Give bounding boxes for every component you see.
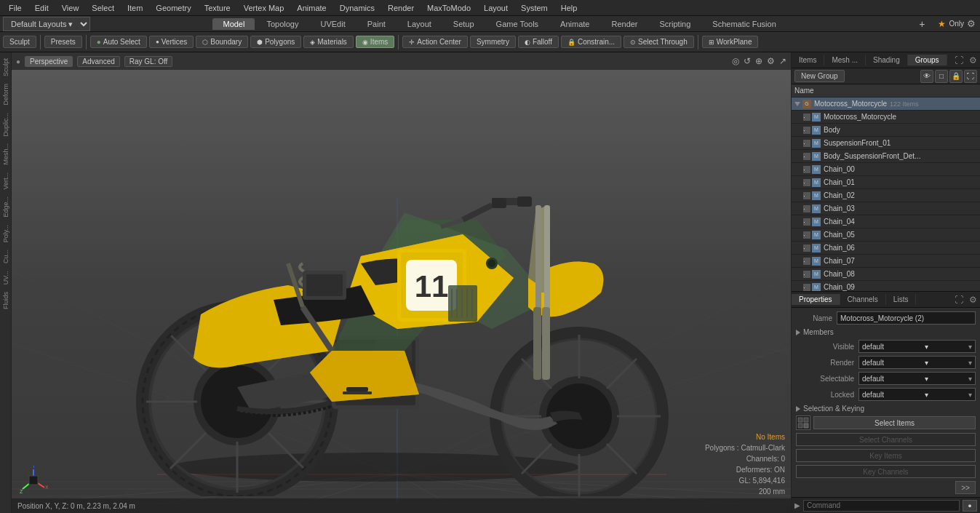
- list-item[interactable]: · M Chain_00: [792, 163, 980, 176]
- boundary-btn[interactable]: ⬡ Boundary: [196, 36, 248, 48]
- col-render-icon[interactable]: □: [935, 70, 948, 83]
- viewport-mode-btn[interactable]: Perspective: [25, 56, 73, 67]
- tab-render[interactable]: Render: [601, 18, 648, 30]
- list-item-vis-icon[interactable]: ·: [803, 114, 810, 121]
- falloff-btn[interactable]: ◐ Falloff: [518, 36, 559, 48]
- tab-uvedit[interactable]: UVEdit: [310, 18, 355, 30]
- prop-tab-channels[interactable]: Channels: [840, 294, 886, 305]
- tab-setup[interactable]: Setup: [443, 18, 485, 30]
- prop-visible-select[interactable]: default ▾: [859, 340, 976, 353]
- viewport-advanced-btn[interactable]: Advanced: [77, 56, 119, 67]
- menu-view[interactable]: View: [56, 2, 85, 14]
- right-tab-expand[interactable]: ⛶: [952, 55, 966, 65]
- list-item-vis-icon[interactable]: ·: [803, 244, 810, 252]
- viewport[interactable]: 11: [12, 52, 791, 513]
- list-item[interactable]: · M Chain_01: [792, 176, 980, 189]
- list-item[interactable]: · M Chain_04: [792, 215, 980, 228]
- menu-render[interactable]: Render: [382, 2, 420, 14]
- prop-expand-icon[interactable]: ⛶: [952, 295, 966, 305]
- sculpt-btn[interactable]: Sculpt: [3, 36, 36, 48]
- menu-dynamics[interactable]: Dynamics: [334, 2, 381, 14]
- menu-select[interactable]: Select: [86, 2, 120, 14]
- menu-geometry[interactable]: Geometry: [150, 2, 196, 14]
- prop-tab-properties[interactable]: Properties: [792, 294, 840, 305]
- list-item[interactable]: · M Chain_08: [792, 268, 980, 281]
- new-group-btn[interactable]: New Group: [794, 70, 845, 82]
- select-items-btn[interactable]: Select Items: [813, 416, 976, 429]
- prop-render-select[interactable]: default ▾: [859, 356, 976, 369]
- symmetry-btn[interactable]: Symmetry: [470, 36, 516, 48]
- list-item-vis-icon[interactable]: ·: [803, 271, 810, 278]
- list-item-vis-icon[interactable]: ·: [803, 258, 810, 265]
- list-item[interactable]: · M Body: [792, 124, 980, 137]
- menu-system[interactable]: System: [515, 2, 554, 14]
- viewport-expand-icon[interactable]: ↗: [779, 56, 786, 66]
- menu-vertexmap[interactable]: Vertex Map: [238, 2, 290, 14]
- menu-texture[interactable]: Texture: [199, 2, 236, 14]
- right-tab-groups[interactable]: Groups: [908, 55, 947, 65]
- menu-file[interactable]: File: [3, 2, 28, 14]
- action-center-btn[interactable]: ✛ Action Center: [402, 36, 468, 48]
- list-item-vis-icon[interactable]: ·: [803, 284, 810, 291]
- list-item[interactable]: · M Chain_06: [792, 242, 980, 255]
- sidebar-item-poly[interactable]: Poly...: [1, 222, 10, 245]
- list-item-vis-icon[interactable]: ·: [803, 218, 810, 226]
- key-items-btn[interactable]: Key Items: [796, 449, 976, 462]
- sidebar-item-duplicate[interactable]: Duplic...: [1, 110, 10, 140]
- tab-gametools[interactable]: Game Tools: [486, 18, 549, 30]
- settings-icon[interactable]: ⚙: [967, 18, 976, 29]
- cmd-go-btn[interactable]: ●: [963, 500, 977, 512]
- group-collapse-icon[interactable]: [794, 102, 800, 106]
- sk-collapse-icon[interactable]: [796, 406, 800, 412]
- sidebar-item-edge[interactable]: Edge...: [1, 194, 10, 220]
- prop-settings-icon[interactable]: ⚙: [966, 295, 980, 305]
- group-item-root[interactable]: G Motocross_Motorcycle 122 Items: [792, 98, 980, 111]
- list-item[interactable]: · M Chain_09: [792, 281, 980, 291]
- list-item-vis-icon[interactable]: ·: [803, 127, 810, 134]
- sidebar-item-fluids[interactable]: Fluids: [1, 289, 10, 312]
- list-item-vis-icon[interactable]: ·: [803, 166, 810, 173]
- menu-animate[interactable]: Animate: [291, 2, 332, 14]
- auto-select-btn[interactable]: ● Auto Select: [90, 36, 147, 48]
- presets-btn[interactable]: Presets: [44, 36, 82, 48]
- groups-list[interactable]: G Motocross_Motorcycle 122 Items · M Mot…: [792, 98, 980, 291]
- tab-topology[interactable]: Topology: [256, 18, 308, 30]
- tab-layout[interactable]: Layout: [397, 18, 442, 30]
- vertices-btn[interactable]: ● Vertices: [149, 36, 194, 48]
- viewport-settings-icon[interactable]: ⚙: [767, 56, 775, 66]
- sidebar-item-sculpt[interactable]: Sculpt: [1, 55, 10, 79]
- list-item[interactable]: · M Chain_07: [792, 255, 980, 268]
- add-layout-btn[interactable]: +: [909, 17, 935, 31]
- right-tab-mesh[interactable]: Mesh ...: [824, 55, 866, 65]
- items-btn[interactable]: ◉ Items: [356, 36, 394, 48]
- menu-help[interactable]: Help: [555, 2, 583, 14]
- list-item[interactable]: · M Chain_05: [792, 228, 980, 242]
- col-expand2-icon[interactable]: ⛶: [964, 70, 977, 83]
- prop-name-value[interactable]: Motocross_Motorcycle (2): [837, 311, 976, 325]
- right-tab-items[interactable]: Items: [792, 55, 824, 65]
- select-through-btn[interactable]: ⊙ Select Through: [624, 36, 694, 48]
- menu-edit[interactable]: Edit: [29, 2, 55, 14]
- list-item[interactable]: · M Body_SuspensionFront_Det...: [792, 150, 980, 163]
- prop-locked-select[interactable]: default ▾: [859, 388, 976, 401]
- viewport-raygl-btn[interactable]: Ray GL: Off: [124, 56, 173, 67]
- right-tab-shading[interactable]: Shading: [866, 55, 908, 65]
- workplane-btn[interactable]: ⊞ WorkPlane: [702, 36, 759, 48]
- right-tab-settings2[interactable]: ⚙: [966, 55, 980, 65]
- constrain-btn[interactable]: 🔒 Constrain...: [561, 36, 621, 48]
- menu-layout[interactable]: Layout: [478, 2, 514, 14]
- list-item-vis-icon[interactable]: ·: [803, 153, 810, 160]
- list-item-vis-icon[interactable]: ·: [803, 140, 810, 147]
- viewport-rotate-icon[interactable]: ↺: [744, 56, 751, 66]
- prop-selectable-select[interactable]: default ▾: [859, 372, 976, 385]
- list-item-vis-icon[interactable]: ·: [803, 179, 810, 186]
- sk-none-icon[interactable]: [796, 415, 810, 430]
- list-item[interactable]: · M Chain_03: [792, 202, 980, 215]
- prop-tab-lists[interactable]: Lists: [886, 294, 917, 305]
- tab-animate[interactable]: Animate: [550, 18, 599, 30]
- arrow-btn[interactable]: >>: [955, 481, 976, 494]
- menu-item[interactable]: Item: [121, 2, 148, 14]
- tab-scripting[interactable]: Scripting: [650, 18, 701, 30]
- tab-paint[interactable]: Paint: [357, 18, 396, 30]
- col-vis-icon[interactable]: 👁: [920, 70, 933, 83]
